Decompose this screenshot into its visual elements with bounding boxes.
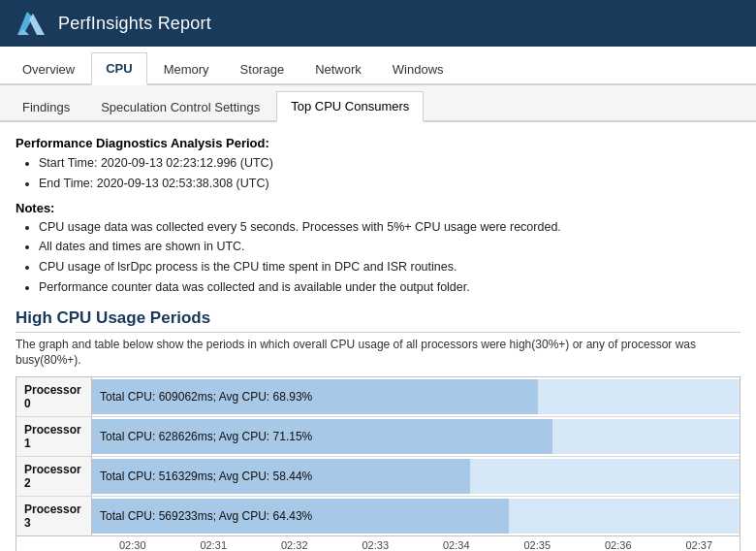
processor-text: Total CPU: 609062ms; Avg CPU: 68.93% — [92, 390, 312, 404]
processor-text: Total CPU: 516329ms; Avg CPU: 58.44% — [92, 470, 312, 483]
processor-bar-area: Total CPU: 569233ms; Avg CPU: 64.43% — [92, 499, 740, 534]
tab-speculation-control[interactable]: Speculation Control Settings — [86, 91, 274, 122]
notes-label: Notes: — [16, 201, 740, 215]
main-content: Performance Diagnostics Analysis Period:… — [0, 122, 756, 551]
analysis-period-list: Start Time: 2020-09-13 02:23:12.996 (UTC… — [39, 154, 740, 193]
tab-memory[interactable]: Memory — [149, 52, 224, 85]
time-label: 02:30 — [92, 536, 173, 551]
processor-row: Processor 3Total CPU: 569233ms; Avg CPU:… — [16, 497, 740, 535]
processor-label: Processor 1 — [16, 417, 92, 456]
end-time: End Time: 2020-09-13 02:53:38.308 (UTC) — [39, 175, 740, 193]
app-title: PerfInsights Report — [58, 14, 211, 34]
high-cpu-title: High CPU Usage Periods — [16, 308, 740, 333]
main-tab-bar: Overview CPU Memory Storage Network Wind… — [0, 47, 756, 85]
sub-tab-bar: Findings Speculation Control Settings To… — [0, 85, 756, 122]
time-label: 02:31 — [173, 536, 255, 551]
processor-label: Processor 2 — [16, 457, 92, 496]
processor-chart: Processor 0Total CPU: 609062ms; Avg CPU:… — [16, 376, 740, 551]
processor-row: Processor 2Total CPU: 516329ms; Avg CPU:… — [16, 457, 740, 497]
app-header: PerfInsights Report — [0, 0, 756, 47]
note-1: CPU usage data was collected every 5 sec… — [39, 218, 740, 237]
tab-storage[interactable]: Storage — [226, 52, 299, 85]
processor-row: Processor 0Total CPU: 609062ms; Avg CPU:… — [16, 377, 740, 417]
tab-windows[interactable]: Windows — [378, 52, 458, 85]
processor-bar-area: Total CPU: 628626ms; Avg CPU: 71.15% — [92, 419, 740, 454]
processor-text: Total CPU: 569233ms; Avg CPU: 64.43% — [92, 509, 312, 523]
time-label: 02:37 — [659, 536, 740, 551]
analysis-period-label: Performance Diagnostics Analysis Period: — [16, 136, 740, 150]
note-4: Performance counter data was collected a… — [39, 278, 740, 297]
processor-text: Total CPU: 628626ms; Avg CPU: 71.15% — [92, 430, 312, 443]
tab-cpu[interactable]: CPU — [91, 52, 146, 85]
svg-marker-1 — [29, 14, 45, 35]
processor-label: Processor 0 — [16, 377, 92, 416]
processor-label: Processor 3 — [16, 497, 92, 535]
note-3: CPU usage of lsrDpc process is the CPU t… — [39, 258, 740, 276]
time-label: 02:35 — [497, 536, 579, 551]
azure-logo-icon — [16, 8, 47, 39]
tab-overview[interactable]: Overview — [8, 52, 89, 85]
processor-row: Processor 1Total CPU: 628626ms; Avg CPU:… — [16, 417, 740, 457]
tab-network[interactable]: Network — [300, 52, 376, 85]
high-cpu-description: The graph and table below show the perio… — [16, 337, 740, 370]
time-axis: 02:3002:3102:3202:3302:3402:3502:3602:37 — [16, 535, 740, 551]
time-label: 02:36 — [578, 536, 659, 551]
processor-bar-area: Total CPU: 516329ms; Avg CPU: 58.44% — [92, 459, 740, 494]
time-label: 02:33 — [335, 536, 417, 551]
tab-top-cpu-consumers[interactable]: Top CPU Consumers — [276, 91, 424, 122]
tab-findings[interactable]: Findings — [8, 91, 84, 122]
time-label: 02:32 — [254, 536, 335, 551]
processor-bar-area: Total CPU: 609062ms; Avg CPU: 68.93% — [92, 379, 740, 414]
start-time: Start Time: 2020-09-13 02:23:12.996 (UTC… — [39, 154, 740, 173]
note-2: All dates and times are shown in UTC. — [39, 238, 740, 256]
notes-list: CPU usage data was collected every 5 sec… — [39, 218, 740, 297]
time-label: 02:34 — [416, 536, 497, 551]
